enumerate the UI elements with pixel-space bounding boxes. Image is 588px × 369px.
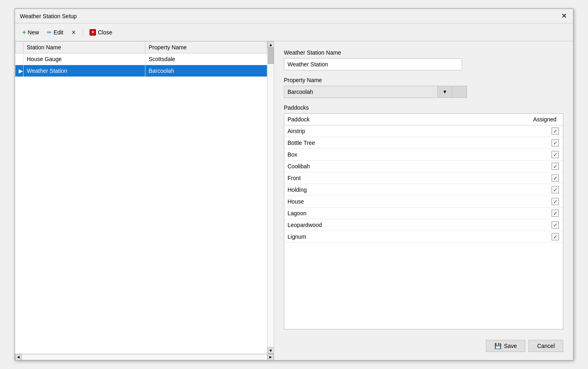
scroll-up-arrow[interactable]: ▲ [268, 41, 274, 48]
close-button-label: Close [98, 29, 112, 36]
assigned-checkbox[interactable]: ✓ [552, 151, 559, 158]
close-button[interactable]: ✕ Close [86, 28, 115, 37]
paddocks-table: Paddock Assigned Airstrip ✓ Bottle [284, 114, 563, 243]
assigned-cell[interactable]: ✓ [424, 196, 563, 208]
property-name-select[interactable]: Barcoolah [284, 86, 438, 98]
station-name-cell: Weather Station [23, 65, 145, 77]
list-item: Bottle Tree ✓ [284, 137, 563, 149]
station-name-cell: House Gauge [23, 53, 145, 65]
station-name-label: Weather Station Name [284, 49, 563, 56]
property-name-label: Property Name [284, 77, 563, 83]
close-icon: ✕ [89, 29, 96, 36]
stations-table: Station Name Property Name House Gauge S… [15, 41, 267, 77]
scroll-h-track[interactable] [21, 354, 267, 360]
paddock-name: Leopardwood [284, 219, 424, 231]
property-name-group: Property Name Barcoolah ▼ [284, 77, 563, 98]
window-title: Weather Station Setup [20, 13, 77, 19]
main-content: Station Name Property Name House Gauge S… [15, 41, 573, 360]
assigned-cell[interactable]: ✓ [424, 184, 563, 196]
row-indicator: ▶ [15, 65, 23, 77]
paddock-name: Front [284, 172, 424, 184]
assigned-checkbox[interactable]: ✓ [552, 139, 559, 146]
main-window: Weather Station Setup ✕ + New ✏ Edit ✕ ✕… [15, 8, 573, 361]
scroll-track[interactable] [268, 48, 274, 347]
assigned-cell[interactable]: ✓ [424, 172, 563, 184]
assigned-col-header: Assigned [424, 114, 563, 125]
scroll-left-arrow[interactable]: ◀ [15, 354, 21, 361]
paddocks-table-wrapper[interactable]: Paddock Assigned Airstrip ✓ Bottle [284, 113, 563, 329]
paddock-name: Bottle Tree [284, 137, 424, 149]
col-property-name: Property Name [145, 42, 267, 53]
paddocks-section: Paddocks Paddock Assigned [284, 104, 563, 329]
save-icon: 💾 [494, 343, 501, 349]
assigned-checkbox[interactable]: ✓ [552, 174, 559, 182]
paddock-name: Coolibah [284, 161, 424, 172]
table-row[interactable]: House Gauge Scottsdale [15, 53, 267, 65]
paddock-name: Airstrip [284, 125, 424, 137]
table-scroll[interactable]: Station Name Property Name House Gauge S… [15, 41, 267, 354]
row-indicator [15, 53, 23, 65]
new-icon: + [22, 29, 26, 36]
horizontal-scrollbar[interactable]: ◀ ▶ [15, 354, 274, 360]
left-panel: Station Name Property Name House Gauge S… [15, 41, 274, 360]
cancel-button[interactable]: Cancel [528, 340, 563, 352]
table-row[interactable]: ▶ Weather Station Barcoolah [15, 65, 267, 77]
list-item: Front ✓ [284, 172, 563, 184]
list-item: Lagoon ✓ [284, 208, 563, 219]
toolbar: + New ✏ Edit ✕ ✕ Close [15, 23, 573, 41]
bottom-bar: 💾 Save Cancel [284, 336, 563, 352]
scroll-thumb[interactable] [268, 48, 274, 64]
select-extra-button[interactable] [452, 86, 467, 98]
list-item: House ✓ [284, 196, 563, 208]
assigned-cell[interactable]: ✓ [424, 208, 563, 219]
assigned-cell[interactable]: ✓ [424, 149, 563, 161]
toolbar-divider [83, 28, 83, 37]
scroll-down-arrow[interactable]: ▼ [268, 347, 274, 354]
edit-button-label: Edit [53, 29, 63, 36]
station-name-group: Weather Station Name [284, 49, 563, 70]
right-panel: Weather Station Name Property Name Barco… [274, 41, 573, 360]
table-wrapper: Station Name Property Name House Gauge S… [15, 41, 274, 354]
assigned-cell[interactable]: ✓ [424, 219, 563, 231]
assigned-checkbox[interactable]: ✓ [552, 198, 559, 205]
paddocks-label: Paddocks [284, 104, 563, 111]
scroll-right-arrow[interactable]: ▶ [267, 354, 274, 361]
paddock-name: House [284, 196, 424, 208]
assigned-checkbox[interactable]: ✓ [552, 127, 559, 135]
cancel-button-label: Cancel [537, 343, 555, 349]
list-item: Leopardwood ✓ [284, 219, 563, 231]
delete-icon: ✕ [71, 29, 76, 36]
paddock-name: Lignum [284, 231, 424, 243]
assigned-checkbox[interactable]: ✓ [552, 233, 559, 240]
station-name-input[interactable] [284, 58, 462, 70]
select-dropdown-arrow[interactable]: ▼ [438, 86, 452, 98]
property-name-cell: Scottsdale [145, 53, 267, 65]
assigned-cell[interactable]: ✓ [424, 137, 563, 149]
property-select-row: Barcoolah ▼ [284, 86, 563, 98]
assigned-cell[interactable]: ✓ [424, 125, 563, 137]
assigned-checkbox[interactable]: ✓ [552, 221, 559, 229]
paddock-name: Box [284, 149, 424, 161]
list-item: Coolibah ✓ [284, 161, 563, 172]
property-name-cell: Barcoolah [145, 65, 267, 77]
assigned-cell[interactable]: ✓ [424, 161, 563, 172]
assigned-checkbox[interactable]: ✓ [552, 210, 559, 217]
assigned-cell[interactable]: ✓ [424, 231, 563, 243]
list-item: Box ✓ [284, 149, 563, 161]
paddock-col-header: Paddock [284, 114, 424, 125]
paddock-name: Holding [284, 184, 424, 196]
assigned-checkbox[interactable]: ✓ [552, 163, 559, 170]
save-button-label: Save [504, 343, 517, 349]
vertical-scrollbar[interactable]: ▲ ▼ [267, 41, 274, 354]
col-indicator [15, 42, 23, 53]
title-bar: Weather Station Setup ✕ [15, 9, 573, 23]
new-button[interactable]: + New [19, 27, 42, 38]
window-close-button[interactable]: ✕ [560, 12, 568, 20]
save-button[interactable]: 💾 Save [486, 340, 525, 352]
edit-button[interactable]: ✏ Edit [44, 28, 66, 37]
delete-button[interactable]: ✕ [68, 28, 79, 37]
assigned-checkbox[interactable]: ✓ [552, 186, 559, 193]
new-button-label: New [28, 29, 39, 36]
edit-icon: ✏ [47, 29, 52, 36]
col-station-name: Station Name [23, 42, 145, 53]
